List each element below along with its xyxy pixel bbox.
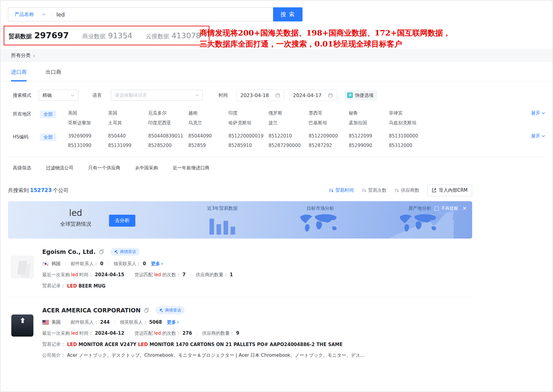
radar-badge[interactable]: 商情雷达 [156,306,185,314]
region-all-pill[interactable]: 全部 [40,111,56,118]
chevron-down-icon [71,94,74,96]
region-option[interactable]: 菲律宾 [389,110,429,116]
hs-code-option[interactable]: 85299090 [349,143,389,148]
hs-code-option[interactable]: 8513100000 [389,133,429,139]
region-option[interactable]: 厄瓜多尔 [148,110,188,116]
search-mode-select[interactable]: 精确 [39,90,78,101]
recent-purchase: 最近一次采购led时间：2024-04-15 [42,272,124,278]
tab-cloud-data[interactable]: 云搜数据 413078 [146,31,201,40]
region-options: 美国哥斯达黎加 英国土耳其 厄瓜多尔印度尼西亚 越南乌克兰 印度哈萨克斯坦 俄罗… [68,110,530,126]
trade-record: 贸易记录： LED BEER MUG [42,283,469,289]
radar-badge[interactable]: 商情雷达 [111,248,140,256]
hs-code-option[interactable]: 8512209000 [309,133,349,139]
end-date-input[interactable]: 2024-04-17 [289,89,337,101]
search-button[interactable]: 搜 索 [273,7,303,21]
region-option[interactable]: 英国 [108,110,148,116]
korea-flag-icon [42,262,49,266]
sort-icon [394,188,399,193]
close-icon[interactable]: ✕ [463,205,467,211]
company-logo[interactable] [11,314,34,337]
bar [224,221,228,235]
hs-code-option[interactable]: 852859 [188,143,228,148]
hs-code-option[interactable]: 85287290000 [269,143,309,148]
company-country: 美国 [51,319,61,325]
search-mode-label: 搜索模式 [13,92,31,98]
target-market-title: 目标市场分析 [293,205,348,211]
region-option[interactable]: 哈萨克斯坦 [228,120,269,126]
import-crm-button[interactable]: 导入内部CRM [427,184,472,196]
region-option[interactable]: 乌兹别克斯坦 [389,120,429,126]
more-link[interactable]: 更多› [167,319,179,325]
region-option[interactable]: 土耳其 [108,120,148,126]
copy-icon[interactable] [144,308,149,313]
language-select[interactable]: 请选择翻译语言 [111,90,203,101]
banner-keyword: led [60,209,91,218]
tab-trade-data[interactable]: 贸易数据 297697 [9,31,69,40]
sort-trade-count[interactable]: 贸易次数 [362,187,386,193]
region-option[interactable]: 乌克兰 [188,120,228,126]
hs-code-option[interactable]: 850440 [108,133,148,139]
new-importers-link[interactable]: 近一年新增进口商 [173,165,209,171]
company-name[interactable]: ACER AMERICA CORPORATION [42,307,141,314]
region-option[interactable]: 美国 [68,110,108,116]
advanced-filter-link[interactable]: 高级筛选 [13,165,31,171]
filter-logistics-link[interactable]: 过滤物流公司 [46,165,73,171]
bar [209,219,214,235]
copy-icon[interactable] [99,249,104,254]
single-supplier-link[interactable]: 只有一个供应商 [88,165,120,171]
region-option[interactable]: 哥斯达黎加 [68,120,108,126]
product-category-select[interactable]: 产品名称 [8,11,51,18]
sort-supplier-count[interactable]: 供应商数 [394,187,419,193]
region-option[interactable]: 越南 [188,110,228,116]
bar [216,224,221,235]
analyze-button[interactable]: 去分析 [109,215,135,227]
quick-options-button[interactable]: ⌘ 快捷选项 [344,90,377,100]
from-china-link[interactable]: 从中国采购 [135,165,158,171]
company-card: ACER AMERICA CORPORATION 商情雷达 美国 邮件联系人：2… [8,297,472,366]
hs-code-option[interactable]: 850440839011 [148,133,188,139]
top-search-panel: 产品名称 搜 索 贸易数据 297697 商业数据 91354 云搜数据 [1,1,552,45]
hs-code-expand-link[interactable]: 展开 [531,133,545,139]
start-date-input[interactable]: 2023-04-18 [236,89,284,101]
hs-code-option[interactable]: 851220000019 [228,133,269,139]
hs-all-pill[interactable]: 全部 [40,134,56,141]
region-option[interactable]: 秘鲁 [349,110,389,116]
region-option[interactable]: 墨西哥 [309,110,349,116]
dont-remind-checkbox[interactable] [434,206,439,211]
trade-analysis-banner[interactable]: led 全球贸易情况 去分析 近3年贸易数据 目标市场分析 [8,201,472,239]
annotation-line2: 三大数据库全面打通，一次搜索，0.01秒呈现全球目标客户 [200,39,450,50]
more-link[interactable]: 更多› [151,261,163,267]
hs-code-option[interactable]: 85287292 [309,143,349,148]
hs-code-option[interactable]: 39269099 [68,133,108,139]
breadcrumb[interactable]: 所有分类 › [1,49,552,62]
company-name[interactable]: Egoism Co., Ltd. [42,248,96,255]
tab-exporters[interactable]: 出口商 [46,62,61,81]
hs-code-option[interactable]: 85122010 [269,133,309,139]
hs-code-option[interactable]: 85285910 [228,143,269,148]
freight-match: 货运匹配led的次数：7 [134,272,186,278]
hs-code-option[interactable]: 85285200 [148,143,188,148]
tab-importers[interactable]: 进口商 [11,62,27,81]
hs-code-option[interactable]: 85122099 [349,133,389,139]
hs-code-option[interactable]: 85312000 [389,143,429,148]
hs-code-option[interactable]: 85044090 [188,133,228,139]
region-option[interactable]: 俄罗斯 [269,110,309,116]
region-option[interactable]: 印度 [228,110,269,116]
company-card: Egoism Co., Ltd. 商情雷达 韩国 邮件联系人：0 领英联系 [8,239,472,297]
hs-code-option[interactable]: 85131090 [68,143,108,148]
region-option[interactable]: 孟加拉国 [349,120,389,126]
region-option[interactable]: 巴基斯坦 [309,120,349,126]
calendar-icon [328,93,333,98]
sort-trade-time[interactable]: 贸易时间 [329,187,354,193]
region-expand-link[interactable]: 展开 [531,110,545,116]
hs-code-option[interactable]: 85131099 [108,143,148,148]
region-option[interactable]: 印度尼西亚 [148,120,188,126]
company-country: 韩国 [51,261,61,267]
tab-business-data[interactable]: 商业数据 91354 [82,31,133,40]
search-input[interactable] [51,11,273,18]
search-box: 产品名称 [8,7,273,21]
data-source-tabs-red-box: 贸易数据 297697 商业数据 91354 云搜数据 413078 [4,26,209,45]
email-contacts: 邮件联系人：244 [71,319,110,325]
company-logo[interactable] [11,256,34,278]
region-option[interactable]: 波兰 [269,120,309,126]
